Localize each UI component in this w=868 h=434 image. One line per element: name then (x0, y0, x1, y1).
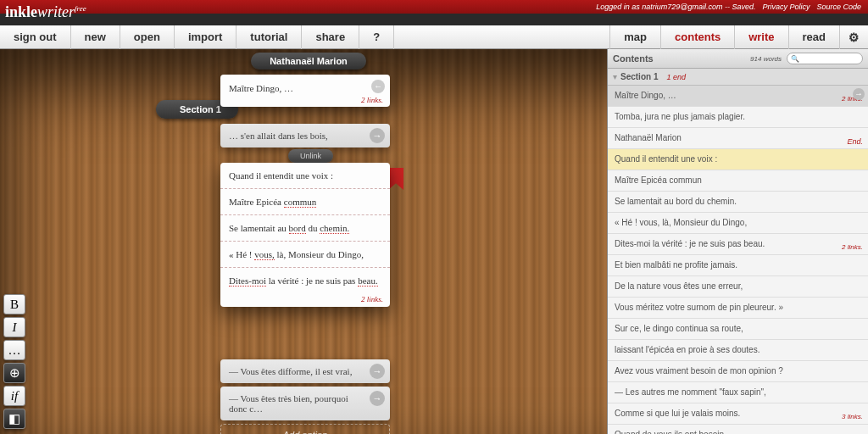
menu-share[interactable]: share (302, 25, 359, 49)
menu-import[interactable]: import (175, 25, 236, 49)
menu-contents[interactable]: contents (660, 25, 734, 49)
gear-icon[interactable]: ⚙ (839, 25, 868, 49)
status-bar: Logged in as natrium729@gmail.com -- Sav… (0, 0, 868, 14)
menu-open[interactable]: open (120, 25, 175, 49)
privacy-link[interactable]: Privacy Policy (762, 3, 810, 11)
menu-read[interactable]: read (788, 25, 839, 49)
menu-[interactable]: ? (359, 25, 394, 49)
menu-new[interactable]: new (71, 25, 120, 49)
menu-signout[interactable]: sign out (0, 25, 71, 49)
login-status: Logged in as natrium729@gmail.com -- Sav… (596, 3, 755, 11)
source-link[interactable]: Source Code (816, 3, 861, 11)
menu-map[interactable]: map (609, 25, 660, 49)
menu-tutorial[interactable]: tutorial (236, 25, 302, 49)
main-menubar: sign outnewopenimporttutorialshare? mapc… (0, 25, 868, 49)
menu-write[interactable]: write (734, 25, 787, 49)
app-logo: inklewriterfree (5, 3, 86, 21)
